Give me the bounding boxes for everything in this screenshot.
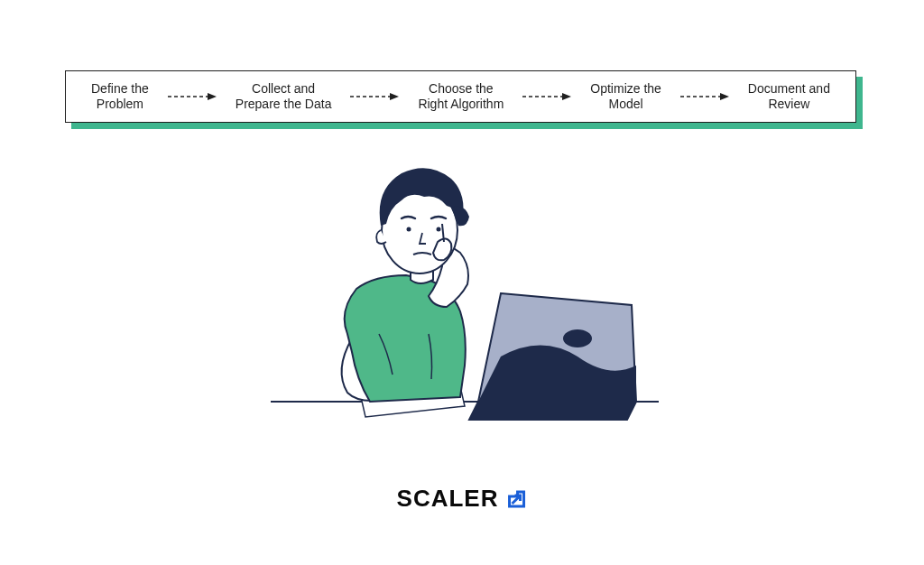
svg-marker-3 <box>390 93 399 100</box>
svg-point-11 <box>407 227 411 232</box>
svg-point-13 <box>563 329 592 347</box>
flow-box: Define the Problem Collect and Prepare t… <box>65 70 856 123</box>
step-define-problem: Define the Problem <box>91 81 149 113</box>
step-choose-algorithm: Choose the Right Algorithm <box>418 81 504 113</box>
arrow-icon <box>350 92 399 101</box>
svg-marker-5 <box>562 93 571 100</box>
step-optimize-model: Optimize the Model <box>590 81 661 113</box>
svg-point-12 <box>437 227 441 232</box>
scaler-logo-icon <box>505 488 527 510</box>
brand-logo: SCALER <box>397 485 528 513</box>
svg-marker-7 <box>720 93 729 100</box>
arrow-icon <box>522 92 571 101</box>
step-document-review: Document and Review <box>748 81 830 113</box>
arrow-icon <box>168 92 217 101</box>
process-flow: Define the Problem Collect and Prepare t… <box>65 70 859 123</box>
thinking-person-illustration <box>271 153 659 433</box>
svg-marker-1 <box>208 93 217 100</box>
brand-name: SCALER <box>397 485 499 513</box>
step-collect-data: Collect and Prepare the Data <box>236 81 332 113</box>
arrow-icon <box>680 92 729 101</box>
